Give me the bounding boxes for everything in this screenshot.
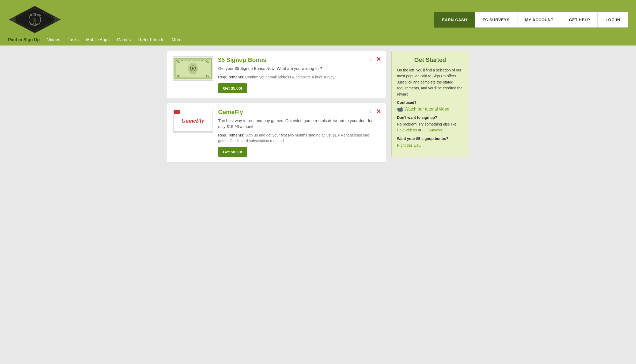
right-this-way-link[interactable]: Right this way. — [397, 143, 421, 147]
dismiss-icon[interactable]: ✕ — [376, 56, 381, 63]
svg-marker-6 — [10, 16, 16, 23]
offer-signup-bonus: Ⓟ $5 $5 $5 $5 THE UNITED STATES OF AMERI… — [167, 51, 386, 99]
gamefly-logo-text: GameFly — [181, 117, 204, 124]
sidebar-box: Get Started On the left, you'll find a s… — [391, 51, 469, 157]
subnav-games[interactable]: Games — [117, 37, 131, 42]
nav-fc-surveys[interactable]: FC SURVEYS — [475, 12, 517, 28]
logo-area: $ FUSION CASH — [8, 5, 62, 34]
nav-log-in[interactable]: LOG IN — [598, 12, 628, 28]
right-way-row: Right this way. — [397, 142, 463, 148]
signup-bonus-label: Want your $5 signup bonus? — [397, 136, 463, 141]
subnav-mobile-apps[interactable]: Mobile Apps — [86, 37, 109, 42]
offer-req-bonus: Requirements: Confirm your email address… — [218, 74, 380, 80]
tutorial-link-row: 📹 Watch our tutorial video. — [397, 106, 463, 112]
offer-desc-bonus: Get your $5 Signup Bonus Now! What are y… — [218, 66, 380, 72]
sidebar: Get Started On the left, you'll find a s… — [391, 51, 469, 162]
main-content: Ⓟ $5 $5 $5 $5 THE UNITED STATES OF AMERI… — [159, 46, 477, 168]
offers-column: Ⓟ $5 $5 $5 $5 THE UNITED STATES OF AMERI… — [167, 51, 386, 162]
subnav-refer-friends[interactable]: Refer Friends — [138, 37, 164, 42]
offer-image-bill: Ⓟ $5 $5 $5 $5 THE UNITED STATES OF AMERI… — [173, 56, 213, 81]
favorite-star-icon[interactable]: ☆ — [368, 56, 373, 63]
video-camera-icon: 📹 — [397, 106, 403, 112]
nav-my-account[interactable]: MY ACCOUNT — [517, 12, 561, 28]
confused-section: Confused? 📹 Watch our tutorial video. — [397, 100, 463, 112]
svg-marker-7 — [54, 16, 59, 23]
signup-bonus-section: Want your $5 signup bonus? Right this wa… — [397, 136, 463, 148]
sidebar-title: Get Started — [397, 56, 463, 63]
svg-text:CASH: CASH — [29, 22, 40, 25]
subnav-videos[interactable]: Videos — [47, 37, 60, 42]
favorite-star-gamefly-icon[interactable]: ☆ — [368, 108, 373, 115]
fc-surveys-link[interactable]: FC Surveys — [422, 128, 442, 132]
offer-actions-bonus: ☆ ✕ — [368, 56, 381, 63]
offer-body-gamefly: GameFly The best way to rent and buy gam… — [218, 109, 380, 157]
header: $ FUSION CASH EARN CASH FC SURVEYS MY AC… — [0, 0, 636, 34]
offer-title-gamefly: GameFly — [218, 109, 380, 116]
svg-text:$5: $5 — [206, 74, 209, 77]
offer-image-gamefly: GameFly — [173, 109, 213, 133]
offer-req-gamefly: Requirements: Sign up and get your first… — [218, 132, 380, 144]
subnav-more[interactable]: More... — [172, 37, 185, 42]
subnav-tasks[interactable]: Tasks — [68, 37, 79, 42]
logo: $ FUSION CASH — [8, 5, 62, 34]
no-signup-section: Don't want to sign up? No problem! Try s… — [397, 115, 463, 133]
no-signup-text: No problem! Try something else like Paid… — [397, 121, 463, 133]
sidebar-intro: On the left, you'll find a selection of … — [397, 67, 463, 97]
nav-earn-cash[interactable]: EARN CASH — [434, 12, 475, 28]
get-8-button[interactable]: Get $8.00! — [218, 147, 247, 157]
confused-label: Confused? — [397, 100, 463, 105]
no-signup-label: Don't want to sign up? — [397, 115, 463, 120]
offer-body-bonus: $5 Signup Bonus Get your $5 Signup Bonus… — [218, 56, 380, 93]
svg-text:$5: $5 — [177, 74, 180, 77]
dismiss-gamefly-icon[interactable]: ✕ — [376, 108, 381, 115]
svg-text:THE UNITED STATES OF AMERICA: THE UNITED STATES OF AMERICA — [176, 60, 210, 62]
tutorial-video-link[interactable]: Watch our tutorial video. — [404, 107, 450, 112]
offer-title-bonus: $5 Signup Bonus — [218, 56, 380, 63]
offer-gamefly: GameFly GameFly The best way to rent and… — [167, 103, 386, 162]
svg-text:Ⓟ: Ⓟ — [190, 65, 196, 72]
main-nav: EARN CASH FC SURVEYS MY ACCOUNT GET HELP… — [434, 12, 628, 28]
offer-desc-gamefly: The best way to rent and buy games. Get … — [218, 118, 380, 130]
subnav-paid-to-sign-up[interactable]: Paid to Sign Up — [8, 37, 40, 42]
sub-nav: Paid to Sign Up Videos Tasks Mobile Apps… — [0, 34, 636, 46]
get-5-button[interactable]: Get $5.00! — [218, 83, 247, 93]
paid-videos-link[interactable]: Paid Videos — [397, 128, 417, 132]
svg-text:FUSION: FUSION — [28, 13, 42, 17]
offer-actions-gamefly: ☆ ✕ — [368, 108, 381, 115]
nav-get-help[interactable]: GET HELP — [561, 12, 598, 28]
